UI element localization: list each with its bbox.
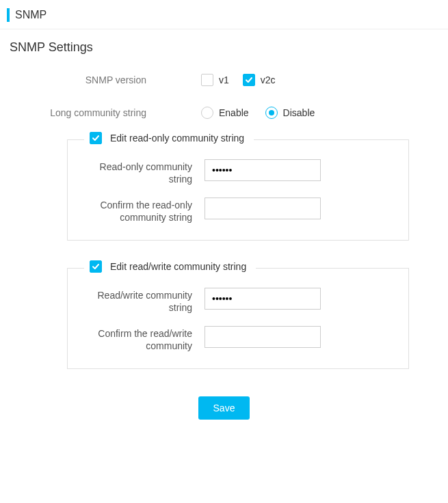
row-long-community: Long community string Enable Disable bbox=[10, 107, 438, 119]
label-snmp-version: SNMP version bbox=[10, 74, 160, 85]
input-readonly-confirm[interactable] bbox=[205, 198, 321, 219]
panel-readwrite-legend: Edit read/write community string bbox=[84, 260, 256, 273]
radio-circle-enable[interactable] bbox=[201, 107, 213, 119]
checkbox-v2c[interactable]: v2c bbox=[243, 74, 276, 86]
input-readwrite-string[interactable] bbox=[205, 288, 321, 310]
row-readwrite-string: Read/write community string bbox=[81, 288, 395, 314]
checkbox-box-v1[interactable] bbox=[201, 74, 213, 86]
label-readonly-confirm: Confirm the read-only community string bbox=[81, 198, 205, 223]
panel-readonly: Edit read-only community string Read-onl… bbox=[67, 139, 409, 241]
checkbox-label-v1: v1 bbox=[219, 74, 229, 85]
checkbox-edit-readonly[interactable] bbox=[90, 132, 102, 144]
section-subtitle: SNMP Settings bbox=[10, 40, 438, 55]
checkbox-edit-readwrite[interactable] bbox=[90, 260, 102, 273]
label-readwrite-confirm: Confirm the read/write community bbox=[81, 326, 205, 352]
label-readwrite-string: Read/write community string bbox=[81, 288, 205, 314]
button-row: Save bbox=[10, 396, 438, 420]
page-header: SNMP bbox=[0, 0, 448, 29]
radio-circle-disable[interactable] bbox=[265, 107, 278, 119]
panel-readonly-legend: Edit read-only community string bbox=[84, 132, 254, 144]
panel-readwrite: Edit read/write community string Read/wr… bbox=[67, 268, 409, 369]
row-readwrite-confirm: Confirm the read/write community bbox=[81, 326, 395, 352]
label-readonly-string: Read-only community string bbox=[81, 159, 205, 185]
row-readonly-confirm: Confirm the read-only community string bbox=[81, 198, 395, 223]
radio-enable[interactable]: Enable bbox=[201, 107, 249, 119]
save-button[interactable]: Save bbox=[198, 396, 250, 420]
content: SNMP Settings SNMP version v1 v2c Long c… bbox=[0, 29, 448, 440]
check-icon bbox=[245, 76, 253, 84]
check-icon bbox=[92, 134, 100, 142]
input-readonly-string[interactable] bbox=[205, 159, 321, 181]
checkbox-box-v2c[interactable] bbox=[243, 74, 255, 86]
label-long-community: Long community string bbox=[10, 107, 160, 118]
panel-readwrite-legend-text: Edit read/write community string bbox=[110, 261, 246, 272]
panel-readonly-legend-text: Edit read-only community string bbox=[110, 133, 244, 144]
check-icon bbox=[92, 262, 100, 271]
page-title: SNMP bbox=[7, 8, 441, 22]
checkbox-label-v2c: v2c bbox=[261, 74, 276, 85]
row-snmp-version: SNMP version v1 v2c bbox=[10, 74, 438, 86]
input-readwrite-confirm[interactable] bbox=[205, 326, 321, 348]
radio-label-enable: Enable bbox=[219, 107, 249, 118]
radio-disable[interactable]: Disable bbox=[265, 107, 315, 119]
radio-label-disable: Disable bbox=[283, 107, 315, 118]
checkbox-v1[interactable]: v1 bbox=[201, 74, 229, 86]
row-readonly-string: Read-only community string bbox=[81, 159, 395, 185]
